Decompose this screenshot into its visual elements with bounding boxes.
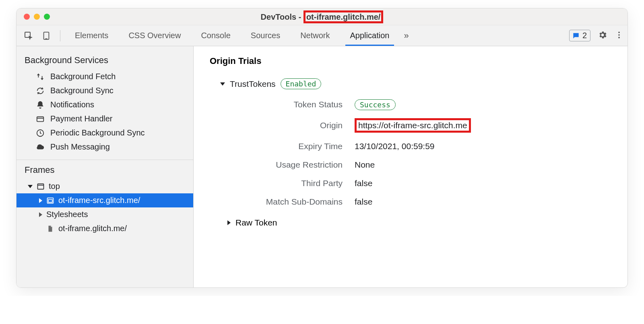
maximize-window-button[interactable]: [44, 14, 50, 20]
value-usage: None: [355, 160, 611, 170]
raw-token-label: Raw Token: [235, 218, 277, 228]
svg-rect-6: [37, 117, 44, 121]
inspect-element-icon[interactable]: [21, 28, 37, 44]
svg-point-4: [618, 34, 620, 36]
value-origin: https://ot-iframe-src.glitch.me: [355, 118, 611, 133]
label-expiry: Expiry Time: [226, 141, 355, 151]
tree-label: ot-iframe-src.glitch.me/: [58, 196, 140, 205]
tab-label: Elements: [75, 31, 108, 40]
main-title: Origin Trials: [210, 56, 611, 66]
sidebar-item-label: Background Fetch: [50, 72, 116, 81]
sidebar-item-background-sync[interactable]: Background Sync: [17, 84, 193, 98]
tab-label: Sources: [251, 31, 280, 40]
label-usage: Usage Restriction: [226, 160, 355, 170]
close-window-button[interactable]: [24, 14, 30, 20]
message-icon: [572, 32, 580, 40]
bell-icon: [36, 100, 45, 109]
frame-iframe-selected[interactable]: ot-iframe-src.glitch.me/: [17, 193, 193, 207]
frames-section: Frames top ot-iframe-src.glitch.me/ Styl…: [17, 160, 193, 236]
issues-counter[interactable]: 2: [569, 30, 590, 41]
value-third-party: false: [355, 178, 611, 188]
caret-right-icon: [227, 220, 231, 225]
titlebar: DevTools - ot-iframe.glitch.me/: [17, 8, 627, 25]
status-badge: Enabled: [281, 78, 322, 89]
devtools-window: DevTools - ot-iframe.glitch.me/ Elements…: [16, 8, 628, 288]
tab-console[interactable]: Console: [192, 25, 239, 46]
sidebar-item-label: Background Sync: [50, 86, 114, 95]
svg-point-3: [618, 31, 620, 33]
divider: [60, 30, 60, 41]
label-origin: Origin: [226, 121, 355, 130]
window-title: DevTools - ot-iframe.glitch.me/: [17, 10, 627, 23]
sidebar-item-payment-handler[interactable]: Payment Handler: [17, 112, 193, 126]
value-match-sub: false: [355, 197, 611, 207]
label-match-sub: Match Sub-Domains: [226, 197, 355, 207]
svg-rect-1: [44, 32, 49, 39]
title-url-highlight: ot-iframe.glitch.me/: [303, 10, 383, 23]
sidebar-heading-background-services: Background Services: [17, 52, 193, 70]
tab-label: Network: [300, 31, 330, 40]
updown-icon: [36, 72, 45, 81]
sidebar: Background Services Background Fetch Bac…: [17, 46, 194, 287]
frame-stylesheets[interactable]: Stylesheets: [17, 207, 193, 221]
value-token-status: Success: [355, 100, 611, 109]
sidebar-heading-frames: Frames: [17, 165, 193, 179]
sidebar-item-periodic-sync[interactable]: Periodic Background Sync: [17, 126, 193, 140]
status-badge: Success: [355, 99, 396, 110]
label-third-party: Third Party: [226, 178, 355, 188]
sidebar-item-push-messaging[interactable]: Push Messaging: [17, 140, 193, 154]
tree-label: ot-iframe.glitch.me/: [58, 224, 127, 233]
tab-label: Application: [350, 31, 390, 40]
tree-label: top: [49, 182, 60, 191]
caret-right-icon: [39, 212, 42, 217]
clock-icon: [36, 129, 45, 137]
sidebar-item-label: Push Messaging: [50, 142, 110, 152]
toolbar-right: 2: [569, 30, 623, 41]
window-controls: [24, 14, 50, 20]
frame-doc[interactable]: ot-iframe.glitch.me/: [17, 221, 193, 236]
window-icon: [37, 183, 45, 191]
title-prefix: DevTools -: [261, 12, 303, 21]
body: Background Services Background Fetch Bac…: [17, 46, 627, 287]
tab-label: CSS Overview: [128, 31, 181, 40]
origin-highlight: https://ot-iframe-src.glitch.me: [355, 118, 471, 133]
sidebar-item-label: Payment Handler: [50, 114, 113, 123]
minimize-window-button[interactable]: [34, 14, 40, 20]
sidebar-item-background-fetch[interactable]: Background Fetch: [17, 70, 193, 84]
file-icon: [46, 225, 54, 232]
tab-label: Console: [201, 31, 230, 40]
cloud-icon: [36, 143, 45, 152]
tab-elements[interactable]: Elements: [66, 25, 117, 46]
sync-icon: [36, 86, 45, 95]
tab-css-overview[interactable]: CSS Overview: [120, 25, 190, 46]
svg-rect-12: [48, 199, 52, 202]
caret-down-icon: [220, 82, 225, 86]
issues-count: 2: [582, 31, 587, 40]
iframe-icon: [46, 197, 54, 205]
card-icon: [36, 115, 45, 123]
trial-row[interactable]: TrustTokens Enabled: [220, 78, 611, 89]
main-panel: Origin Trials TrustTokens Enabled Token …: [194, 46, 627, 287]
sidebar-item-label: Notifications: [50, 100, 94, 109]
tab-sources[interactable]: Sources: [242, 25, 289, 46]
trial-name: TrustTokens: [230, 79, 276, 89]
kebab-menu-icon[interactable]: [615, 31, 623, 41]
tab-application[interactable]: Application: [341, 25, 398, 46]
kv-grid: Token Status Success Origin https://ot-i…: [226, 100, 611, 207]
caret-down-icon: [28, 185, 33, 188]
more-tabs-icon[interactable]: »: [404, 31, 409, 41]
frame-top[interactable]: top: [17, 179, 193, 193]
sidebar-item-label: Periodic Background Sync: [50, 128, 145, 137]
value-expiry: 13/10/2021, 00:59:59: [355, 141, 611, 151]
tree-label: Stylesheets: [46, 210, 88, 219]
raw-token-row[interactable]: Raw Token: [227, 218, 611, 228]
caret-right-icon: [39, 198, 42, 203]
settings-icon[interactable]: [598, 30, 607, 41]
sidebar-item-notifications[interactable]: Notifications: [17, 98, 193, 112]
label-token-status: Token Status: [226, 100, 355, 109]
svg-point-5: [618, 37, 620, 38]
svg-rect-9: [38, 184, 44, 189]
tab-network[interactable]: Network: [291, 25, 339, 46]
device-toggle-icon[interactable]: [38, 28, 54, 44]
toolbar: Elements CSS Overview Console Sources Ne…: [17, 25, 627, 46]
